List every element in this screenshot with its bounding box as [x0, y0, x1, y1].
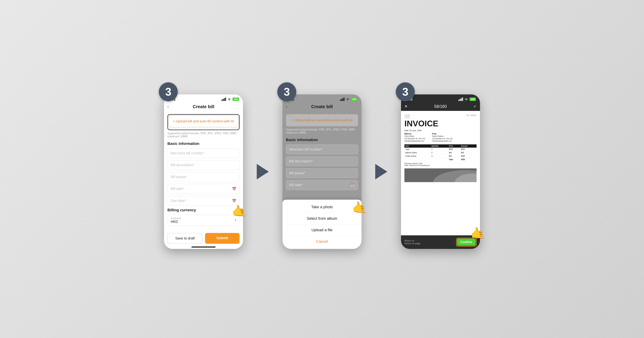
check-button-3[interactable]: ✓ [474, 104, 476, 109]
action-take-photo[interactable]: Take a photo [282, 201, 362, 213]
due-date-field[interactable]: Due date* 📅 [168, 196, 240, 206]
signal-bar-9 [458, 100, 460, 101]
counter-3: 58/160 [434, 104, 447, 109]
upload-btn-text-2: + Upload bill and auto-fill content with… [292, 118, 352, 122]
invoice-table: Item Quantity Price Amount Logo 1 $500 $… [404, 144, 476, 161]
total-label: Total [448, 158, 460, 161]
row2-qty: 2 [430, 151, 448, 154]
table-header-amount: Amount [460, 144, 476, 148]
bill-date-field[interactable]: Bill date* 📅 [168, 184, 240, 194]
signal-bar-10 [460, 99, 460, 101]
home-indicator-1 [192, 247, 216, 248]
battery-badge-1: 100 [232, 97, 239, 101]
svg-point-1 [348, 100, 348, 100]
close-button-3[interactable]: ✕ [404, 104, 408, 109]
arrow-right-icon-2 [375, 164, 387, 179]
upload-btn-1[interactable]: + Upload bill and auto-fill content with… [168, 115, 238, 127]
from-address: 123 Anywhere St., Any City [432, 137, 453, 140]
total-row: Total $755 [404, 158, 476, 161]
wifi-icon-1 [227, 98, 231, 101]
nav-title-2: Create bill [311, 104, 333, 109]
step1-block: 3 🤙 2:21 100 [164, 89, 243, 249]
currency-dropdown[interactable]: Currency* HKD ▾ [168, 215, 240, 226]
bill-payee-field[interactable]: Bill payee* [168, 172, 240, 182]
invoice-no: NO. 000001 [466, 114, 476, 118]
bill-desc-field-2: Bill description* [286, 156, 358, 166]
status-icons-3: 100 [458, 97, 476, 101]
bill-description-field[interactable]: Bill description* [168, 160, 240, 170]
from-name: Studio Shadow [432, 135, 453, 137]
step2-block: 3 🤙 2:21 100 ‹ [282, 89, 362, 249]
upload-hint-2: Supported upload formats: PDF, JPG, JPEG… [286, 128, 358, 134]
signal-bar-5 [340, 100, 341, 101]
signal-bar-1 [222, 100, 222, 101]
row3-item: Poster (1x2m) [404, 154, 430, 158]
row1-qty: 1 [430, 148, 448, 151]
table-header-price: Price [448, 144, 460, 148]
billing-currency-label: Billing currency [168, 208, 240, 212]
billing-section: Billing currency Currency* HKD ▾ [168, 208, 240, 226]
row3-price: $55 [448, 154, 460, 158]
bill-date-field-2: Bill date* 📅 [286, 180, 358, 190]
table-row: Poster (1x2m) 3 $55 $365 [404, 154, 476, 158]
action-select-album[interactable]: Select from album [282, 213, 362, 224]
currency-value: HKD [171, 220, 181, 224]
submit-button[interactable]: Submit [205, 233, 240, 244]
arrow-right-icon-1 [257, 164, 269, 179]
action-cancel[interactable]: Cancel [282, 236, 362, 247]
basic-info-label-1: Basic information [168, 141, 240, 146]
invoice-header-row: YOURLOGO NO. 000001 [404, 114, 476, 118]
signal-bars-3 [458, 97, 463, 101]
payment-method: Payment method: Cash [404, 163, 476, 164]
signal-bar-8 [344, 97, 344, 101]
billed-to-address: 123 Anywhere St., Any City [404, 137, 425, 140]
save-draft-button[interactable]: Save to draft [168, 233, 203, 244]
step3-number: 3 [396, 82, 415, 101]
phone-frame-3: 2:22 100 ✕ 58/160 ✓ [401, 94, 480, 249]
signal-bar-3 [224, 98, 225, 101]
return-text-wrapper: Return to Return to page [404, 239, 420, 245]
bottom-actions-1: Save to draft Submit [168, 233, 240, 244]
hand-cursor-2: 🤙 [351, 199, 368, 216]
screen-content-1: + Upload bill and auto-fill content with… [164, 111, 243, 249]
signal-bar-2 [223, 99, 224, 101]
calendar-icon-2: 📅 [350, 183, 355, 187]
status-icons-2: 100 [340, 97, 358, 101]
invoice-content: YOURLOGO NO. 000001 INVOICE Date: 02 Jun… [401, 111, 480, 249]
invoice-from: From: Studio Shadow 123 Anywhere St., An… [432, 133, 453, 142]
hand-cursor-1: 🤙 [230, 203, 248, 219]
signal-bar-12 [462, 97, 463, 101]
arrow-1 [257, 164, 269, 179]
from-email: hello@reallygreatsite.com [432, 140, 453, 142]
arrow-2 [375, 164, 387, 179]
back-button-2[interactable]: ‹ [286, 104, 287, 109]
table-row: Banner (2x6m) 2 $45 $90 [404, 151, 476, 154]
nav-bar-2: ‹ Create bill [282, 102, 362, 111]
row3-qty: 3 [430, 154, 448, 158]
row2-item: Banner (2x6m) [404, 151, 430, 154]
billed-to-label: Billed to: [404, 133, 425, 135]
back-button-1[interactable]: ‹ [168, 104, 169, 109]
row1-amount: $500 [460, 148, 476, 151]
step1-number: 3 [159, 82, 178, 101]
svg-point-2 [466, 100, 466, 100]
table-header-qty: Quantity [430, 144, 448, 148]
upload-btn-text-1: + Upload bill and auto-fill content with… [173, 119, 234, 123]
battery-badge-3: 100 [470, 97, 476, 101]
step2-number: 3 [277, 82, 296, 101]
row3-amount: $365 [460, 154, 476, 158]
signal-bar-11 [461, 98, 462, 101]
phone-frame-1: 2:21 100 ‹ Create bill [164, 94, 243, 249]
nav-bar-1: ‹ Create bill [164, 102, 243, 111]
invoice-graphic [404, 168, 476, 182]
signal-bars-1 [222, 97, 226, 101]
upload-hint-1: Supported upload formats: PDF, JPG, JPEG… [168, 132, 240, 138]
basic-info-label-2: Basic information [286, 138, 358, 142]
from-label: From: [432, 133, 453, 135]
invoice-billed-to: Billed to: Olivia Wilson 123 Anywhere St… [404, 133, 425, 142]
currency-info: Currency* HKD [171, 217, 181, 224]
signal-bar-4 [225, 97, 226, 101]
action-upload-file[interactable]: Upload a file [282, 224, 362, 236]
invoice-title: INVOICE [404, 119, 476, 128]
merchant-bill-number-field[interactable]: Merchant bill number* [168, 148, 240, 158]
